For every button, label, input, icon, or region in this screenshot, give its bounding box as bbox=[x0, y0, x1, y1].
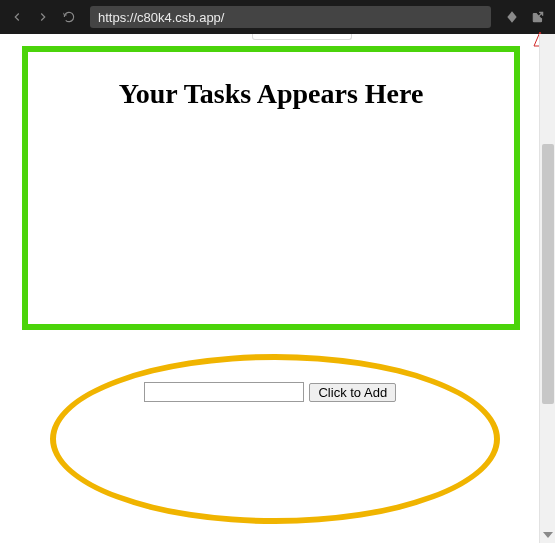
scroll-thumb[interactable] bbox=[542, 144, 554, 404]
back-button[interactable] bbox=[6, 6, 28, 28]
forward-button[interactable] bbox=[32, 6, 54, 28]
tab-handle bbox=[252, 34, 352, 40]
page-viewport: Your Tasks Appears Here Click to Add bbox=[0, 34, 555, 543]
open-external-icon[interactable] bbox=[527, 6, 549, 28]
add-task-form: Click to Add bbox=[0, 382, 540, 402]
tasks-display-box: Your Tasks Appears Here bbox=[22, 46, 520, 330]
browser-chrome bbox=[0, 0, 555, 34]
chevron-right-icon bbox=[36, 10, 50, 24]
scroll-down-arrow[interactable] bbox=[540, 527, 555, 543]
vertical-scrollbar[interactable] bbox=[539, 34, 555, 543]
svg-marker-2 bbox=[543, 532, 553, 538]
reload-button[interactable] bbox=[58, 6, 80, 28]
address-bar[interactable] bbox=[90, 6, 491, 28]
add-task-button[interactable]: Click to Add bbox=[309, 383, 396, 402]
tasks-heading: Your Tasks Appears Here bbox=[28, 78, 514, 110]
codesandbox-icon[interactable] bbox=[501, 6, 523, 28]
input-highlight-ellipse bbox=[50, 354, 500, 524]
chevron-left-icon bbox=[10, 10, 24, 24]
reload-icon bbox=[62, 10, 76, 24]
task-input[interactable] bbox=[144, 382, 304, 402]
